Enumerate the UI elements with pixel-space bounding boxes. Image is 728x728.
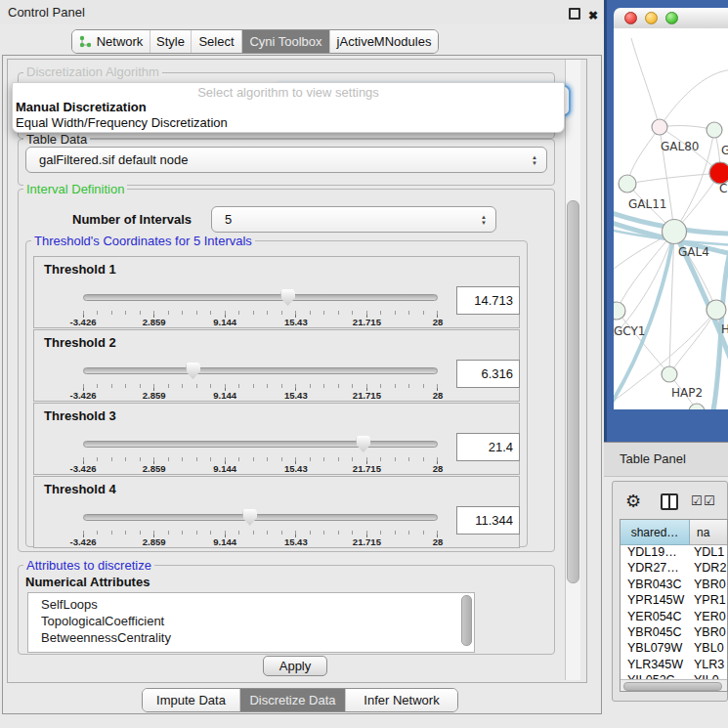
slider-tick-labels: -3.426 2.859 9.144 15.43 21.715 28: [83, 390, 438, 401]
threshold-2-slider-handle[interactable]: [186, 363, 200, 379]
close-traffic-light[interactable]: [624, 12, 637, 24]
node-gal11[interactable]: [619, 175, 636, 193]
table-row[interactable]: YBR043CYBR0: [621, 578, 727, 593]
table-row[interactable]: YPR145WYPR1: [621, 593, 727, 609]
list-item-selfloops[interactable]: SelfLoops: [28, 593, 474, 613]
table-row[interactable]: YBL079WYBL0: [621, 641, 727, 657]
tick-label: 15.43: [284, 536, 308, 547]
table-row[interactable]: YDR27…YDR2: [621, 561, 727, 577]
cell[interactable]: YER054C: [621, 610, 690, 625]
threshold-4-slider-handle[interactable]: [242, 509, 257, 526]
node-red[interactable]: [709, 162, 728, 184]
number-of-intervals-value: 5: [225, 207, 232, 232]
tab-network[interactable]: Network: [72, 30, 150, 53]
cell[interactable]: YLR3: [690, 658, 727, 673]
dropdown-prompt-item[interactable]: Select algorithm to view settings: [13, 85, 564, 100]
list-item-betweennesscentrality[interactable]: BetweennessCentrality: [28, 629, 474, 646]
node-gal80[interactable]: [652, 119, 667, 135]
list-scrollbar-thumb[interactable]: [461, 595, 472, 646]
numerical-attributes-list: SelfLoops TopologicalCoefficient Between…: [27, 592, 475, 653]
control-panel-titlebar: Control Panel ✖: [0, 0, 604, 24]
tab-style[interactable]: Style: [150, 30, 192, 53]
cell[interactable]: YBL0: [690, 641, 727, 657]
tick-label: 21.715: [353, 390, 381, 401]
table-row[interactable]: YER054CYER0: [621, 610, 727, 625]
apply-button[interactable]: Apply: [263, 656, 327, 676]
table-horizontal-scrollbar[interactable]: [621, 679, 727, 691]
cell[interactable]: YPR145W: [621, 593, 690, 609]
table-row[interactable]: YBR045CYBR0: [621, 625, 727, 641]
cell[interactable]: YBR0: [690, 625, 727, 641]
column-header-shared-name[interactable]: shared…: [621, 520, 690, 545]
data-table: shared… na YDL19…YDL1 YDR27…YDR2 YBR043C…: [620, 519, 728, 692]
float-window-icon[interactable]: [569, 8, 580, 20]
network-window-titlebar[interactable]: [614, 8, 728, 29]
threshold-1-slider-handle[interactable]: [280, 289, 295, 306]
cell[interactable]: YER0: [690, 610, 727, 625]
table-row[interactable]: YLR345WYLR3: [621, 658, 727, 673]
node-bottom[interactable]: [689, 404, 705, 409]
threshold-3-slider[interactable]: [83, 435, 438, 454]
node-label-gal4: GAL4: [678, 245, 709, 259]
table-data-combobox[interactable]: galFiltered.sif default node ▲▼: [25, 147, 547, 173]
cell[interactable]: YBR045C: [621, 625, 690, 641]
threshold-2-panel: Threshold 2 -3.426 2.859 9.144 15.43 21.…: [33, 329, 520, 402]
cell[interactable]: YDR27…: [621, 561, 690, 577]
threshold-2-slider[interactable]: [83, 362, 438, 381]
node-gal4[interactable]: [663, 220, 687, 244]
slider-track[interactable]: [83, 294, 438, 301]
node-g[interactable]: [707, 122, 722, 138]
threshold-4-value-field[interactable]: 11.344: [456, 506, 520, 535]
node-h[interactable]: [707, 300, 726, 320]
checkbox-icon-1[interactable]: ☑: [691, 494, 703, 508]
list-item-topologicalcoefficient[interactable]: TopologicalCoefficient: [28, 613, 474, 629]
cell[interactable]: YLR345W: [621, 658, 690, 673]
cell[interactable]: YPR1: [690, 593, 727, 609]
node-gcy1[interactable]: [614, 302, 625, 320]
cell[interactable]: YDL19…: [621, 545, 690, 561]
tab-impute-data[interactable]: Impute Data: [143, 689, 240, 711]
gear-icon[interactable]: ⚙: [625, 492, 641, 510]
tick-label: 21.715: [353, 463, 381, 474]
discretization-algorithm-label: Discretization Algorithm: [23, 64, 162, 79]
checkbox-icon-2[interactable]: ☑: [704, 494, 715, 508]
threshold-2-value-field[interactable]: 6.316: [456, 360, 520, 388]
slider-track[interactable]: [83, 367, 438, 374]
tab-select-label: Select: [198, 34, 234, 49]
tab-jactivemnodules[interactable]: jActiveMNodules: [330, 30, 438, 53]
cell[interactable]: YBR0: [690, 578, 727, 593]
tab-cyni-toolbox[interactable]: Cyni Toolbox: [242, 30, 330, 53]
threshold-3-value-field[interactable]: 21.4: [456, 433, 520, 461]
dropdown-item-equal-width[interactable]: Equal Width/Frequency Discretization: [16, 115, 228, 130]
top-tab-bar: Network Style Select Cyni Toolbox jActiv…: [71, 29, 439, 54]
cell[interactable]: YDL1: [690, 545, 727, 561]
minimize-traffic-light[interactable]: [645, 12, 658, 24]
cell[interactable]: YBL079W: [621, 641, 690, 657]
cell[interactable]: YDR2: [690, 561, 727, 577]
threshold-3-slider-handle[interactable]: [356, 436, 370, 452]
node-hap2[interactable]: [662, 366, 677, 382]
close-icon[interactable]: ✖: [588, 4, 598, 28]
node-label-gal80: GAL80: [661, 140, 699, 153]
number-of-intervals-combobox[interactable]: 5 ▲▼: [211, 206, 496, 233]
dropdown-item-manual-discretization[interactable]: Manual Discretization: [16, 100, 147, 114]
slider-track[interactable]: [83, 441, 438, 448]
threshold-4-slider[interactable]: [83, 508, 438, 528]
network-canvas[interactable]: GAL80 G. GAL11 C GAL4 GCY1 H HAP2: [614, 28, 728, 409]
tab-select[interactable]: Select: [192, 30, 242, 53]
tick-label: 21.715: [353, 317, 381, 327]
zoom-traffic-light[interactable]: [665, 12, 678, 24]
tab-infer-network[interactable]: Infer Network: [346, 689, 457, 711]
algorithm-dropdown-popup: Select algorithm to view settings Manual…: [12, 82, 565, 133]
tab-discretize-data[interactable]: Discretize Data: [240, 689, 346, 711]
column-header-name[interactable]: na: [690, 520, 727, 545]
tick-label: 2.859: [143, 536, 166, 547]
table-row[interactable]: YDL19…YDL1: [621, 545, 727, 561]
table-scrollbar-thumb[interactable]: [623, 682, 722, 691]
cell[interactable]: YBR043C: [621, 578, 690, 593]
panel-scrollbar-thumb[interactable]: [567, 200, 579, 583]
threshold-1-value-field[interactable]: 14.713: [456, 286, 520, 315]
threshold-1-slider[interactable]: [83, 288, 438, 308]
column-layout-icon[interactable]: [661, 493, 678, 510]
slider-track[interactable]: [83, 514, 438, 521]
